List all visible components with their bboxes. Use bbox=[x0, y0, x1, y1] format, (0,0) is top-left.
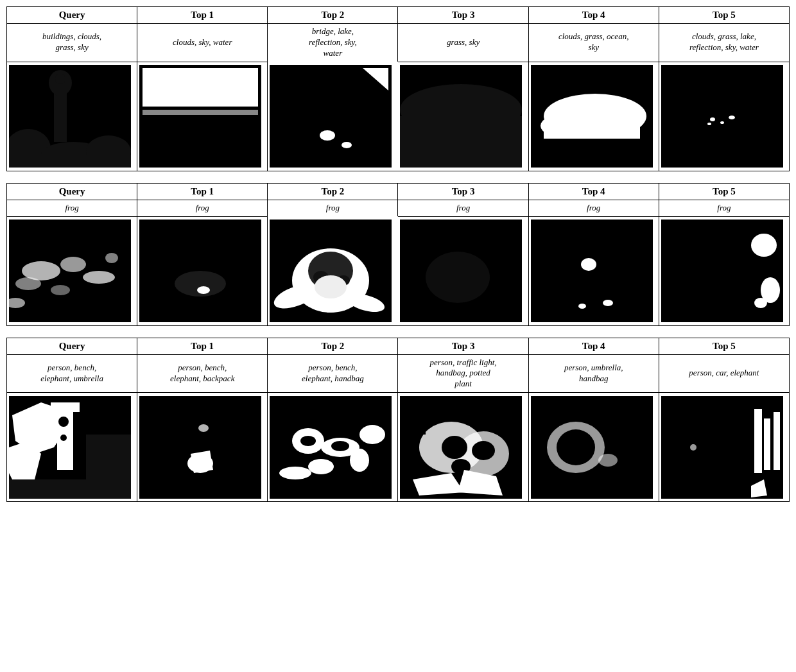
label-top1-2: frog bbox=[137, 200, 268, 216]
image-cell-top3-1 bbox=[398, 62, 528, 171]
svg-point-33 bbox=[60, 257, 86, 272]
label-row-1: buildings, clouds,grass, sky clouds, sky… bbox=[7, 24, 790, 62]
svg-point-82 bbox=[331, 441, 349, 451]
image-cell-top4-2 bbox=[528, 216, 659, 325]
image-top1-3 bbox=[139, 396, 261, 499]
svg-rect-65 bbox=[51, 402, 80, 412]
svg-point-28 bbox=[720, 121, 724, 124]
svg-rect-98 bbox=[764, 418, 770, 470]
image-query-1 bbox=[9, 65, 131, 168]
col-header-top1: Top 1 bbox=[137, 7, 268, 24]
col-header-top4: Top 4 bbox=[528, 7, 659, 24]
svg-point-60 bbox=[754, 298, 767, 308]
image-top3-2 bbox=[400, 220, 522, 322]
image-cell-top5-1 bbox=[659, 62, 789, 171]
svg-rect-12 bbox=[143, 110, 258, 115]
col-header-query-3: Query bbox=[7, 338, 137, 354]
label-row-2: frog frog frog frog frog frog bbox=[7, 200, 790, 216]
svg-rect-25 bbox=[531, 65, 653, 90]
svg-point-94 bbox=[557, 429, 595, 465]
col-header-top4-3: Top 4 bbox=[528, 338, 659, 354]
svg-point-78 bbox=[350, 449, 369, 472]
svg-rect-26 bbox=[661, 65, 783, 168]
svg-rect-99 bbox=[774, 412, 780, 470]
image-top3-3 bbox=[400, 396, 522, 499]
svg-point-67 bbox=[60, 435, 67, 441]
svg-rect-19 bbox=[400, 116, 522, 168]
image-cell-top4-3 bbox=[528, 393, 659, 502]
label-top5: clouds, grass, lake,reflection, sky, wat… bbox=[659, 24, 789, 62]
image-top4-2 bbox=[531, 220, 653, 322]
svg-point-86 bbox=[442, 436, 467, 459]
image-cell-top2-2 bbox=[268, 216, 398, 325]
col-header-top3: Top 3 bbox=[398, 7, 528, 24]
svg-point-58 bbox=[751, 234, 777, 257]
image-top1-1 bbox=[139, 65, 261, 168]
col-header-top3-3: Top 3 bbox=[398, 338, 528, 354]
svg-rect-24 bbox=[531, 139, 653, 168]
image-cell-top5-3 bbox=[659, 393, 789, 502]
image-top1-2 bbox=[139, 220, 261, 322]
image-query-2 bbox=[9, 220, 131, 322]
col-header-top5-3: Top 5 bbox=[659, 338, 789, 354]
image-cell-query-3 bbox=[7, 393, 137, 502]
image-top4-3 bbox=[531, 396, 653, 499]
image-row-3 bbox=[7, 393, 790, 502]
label-top1-3: person, bench,elephant, backpack bbox=[137, 354, 268, 393]
svg-rect-10 bbox=[143, 68, 258, 107]
svg-point-81 bbox=[300, 436, 316, 446]
col-header-query-2: Query bbox=[7, 183, 137, 200]
label-top4-3: person, umbrella,handbag bbox=[528, 354, 659, 393]
svg-point-101 bbox=[690, 444, 696, 451]
svg-rect-8 bbox=[9, 155, 131, 168]
svg-point-27 bbox=[710, 117, 715, 121]
label-top2-3: person, bench,elephant, handbag bbox=[268, 354, 398, 393]
image-cell-top5-2 bbox=[659, 216, 789, 325]
svg-point-56 bbox=[578, 304, 586, 309]
image-cell-top2-3 bbox=[268, 393, 398, 502]
label-top2-2: frog bbox=[268, 200, 398, 216]
svg-point-52 bbox=[426, 252, 490, 303]
image-top5-2 bbox=[661, 220, 783, 322]
svg-point-73 bbox=[198, 424, 209, 432]
svg-rect-97 bbox=[754, 409, 762, 473]
col-header-query: Query bbox=[7, 7, 137, 24]
svg-point-87 bbox=[472, 441, 495, 460]
image-top4-1 bbox=[531, 65, 653, 168]
svg-point-16 bbox=[342, 142, 352, 148]
svg-point-55 bbox=[603, 300, 613, 306]
image-top3-1 bbox=[400, 65, 522, 168]
col-header-top5: Top 5 bbox=[659, 7, 789, 24]
results-table-3: Query Top 1 Top 2 Top 3 Top 4 Top 5 pers… bbox=[6, 338, 790, 503]
col-header-top4-2: Top 4 bbox=[528, 183, 659, 200]
image-row-1 bbox=[7, 62, 790, 171]
col-header-top1-2: Top 1 bbox=[137, 183, 268, 200]
label-top5-2: frog bbox=[659, 200, 789, 216]
image-cell-query-2 bbox=[7, 216, 137, 325]
image-top5-3 bbox=[661, 396, 783, 499]
svg-point-77 bbox=[308, 459, 334, 474]
svg-point-30 bbox=[707, 123, 711, 125]
svg-point-79 bbox=[279, 467, 311, 479]
svg-point-72 bbox=[187, 454, 213, 473]
svg-point-41 bbox=[197, 286, 210, 294]
label-top5-3: person, car, elephant bbox=[659, 354, 789, 393]
svg-point-37 bbox=[105, 253, 118, 263]
svg-point-34 bbox=[83, 271, 115, 284]
image-top2-2 bbox=[270, 220, 392, 322]
svg-point-95 bbox=[598, 454, 618, 467]
label-top3-2: frog bbox=[398, 200, 528, 216]
image-cell-query-1 bbox=[7, 62, 137, 171]
image-top2-3 bbox=[270, 396, 392, 499]
results-table-2: Query Top 1 Top 2 Top 3 Top 4 Top 5 frog… bbox=[6, 183, 790, 326]
label-query: buildings, clouds,grass, sky bbox=[7, 24, 137, 62]
label-query-3: person, bench,elephant, umbrella bbox=[7, 354, 137, 393]
svg-point-35 bbox=[15, 277, 41, 290]
svg-point-50 bbox=[315, 275, 347, 298]
image-cell-top4-1 bbox=[528, 62, 659, 171]
svg-point-54 bbox=[581, 258, 596, 271]
image-top5-1 bbox=[661, 65, 783, 168]
svg-rect-13 bbox=[270, 65, 392, 168]
svg-rect-69 bbox=[9, 479, 131, 499]
svg-rect-91 bbox=[400, 396, 426, 435]
